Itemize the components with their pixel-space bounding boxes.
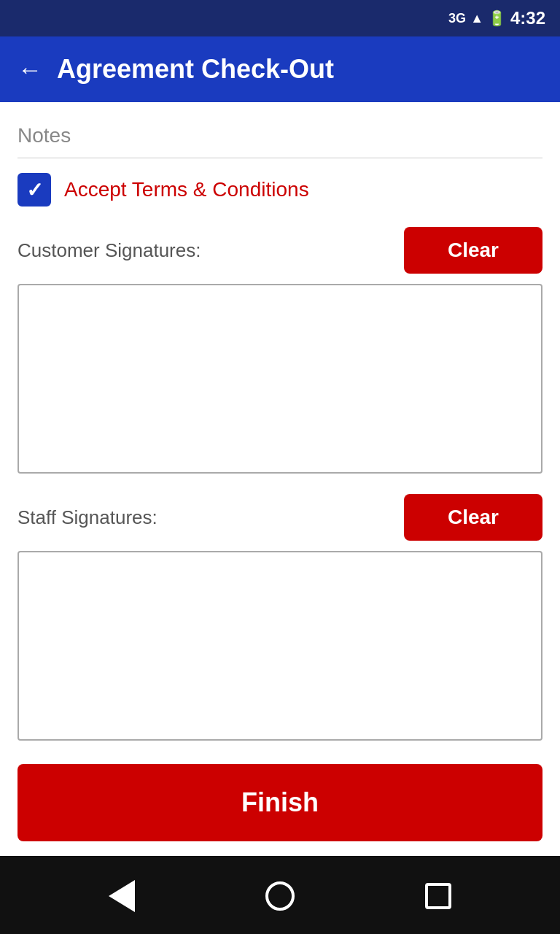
app-header: ← Agreement Check-Out [0,36,560,102]
customer-signature-header: Customer Signatures: Clear [18,227,542,274]
customer-clear-button[interactable]: Clear [404,227,542,274]
finish-button[interactable]: Finish [18,764,542,841]
page-title: Agreement Check-Out [57,54,334,85]
battery-icon: 🔋 [488,9,506,27]
accept-terms-checkbox[interactable]: ✓ [18,173,51,207]
nav-back-button[interactable] [109,880,135,912]
clock: 4:32 [510,8,545,28]
divider [18,158,542,158]
bottom-nav [0,856,560,934]
status-icons: 3G ▲ 🔋 4:32 [448,8,545,28]
checkbox-check-icon: ✓ [26,178,43,202]
staff-clear-button[interactable]: Clear [404,494,542,541]
main-content: Notes ✓ Accept Terms & Conditions Custom… [0,102,560,856]
status-bar: 3G ▲ 🔋 4:32 [0,0,560,36]
accept-terms-row: ✓ Accept Terms & Conditions [18,173,542,207]
signal-bars-icon: ▲ [470,11,483,26]
signal-icon: 3G [448,11,466,26]
notes-label: Notes [18,117,542,158]
accept-terms-label[interactable]: Accept Terms & Conditions [64,178,309,201]
staff-signature-header: Staff Signatures: Clear [18,494,542,541]
back-button[interactable]: ← [18,55,42,84]
staff-signature-label: Staff Signatures: [18,506,158,529]
customer-signature-canvas[interactable] [18,284,542,474]
nav-recents-button[interactable] [425,883,451,909]
nav-home-button[interactable] [265,881,295,911]
staff-signature-canvas[interactable] [18,551,542,741]
customer-signature-label: Customer Signatures: [18,239,201,262]
